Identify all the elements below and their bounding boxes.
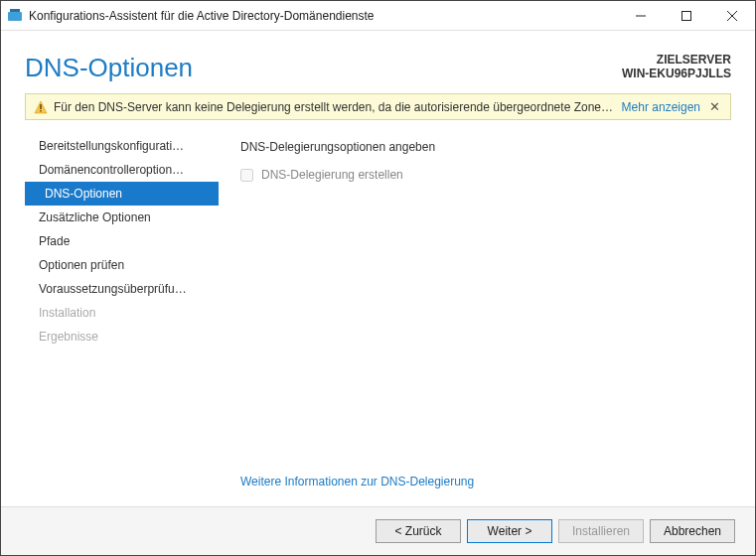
cancel-button[interactable]: Abbrechen (650, 519, 735, 543)
page-title: DNS-Optionen (25, 53, 193, 83)
window-title: Konfigurations-Assistent für die Active … (29, 9, 618, 23)
content-pane: DNS-Delegierungsoptionen angeben DNS-Del… (219, 130, 731, 506)
nav-item-dc-options[interactable]: Domänencontrolleroption… (25, 158, 219, 182)
footer: < Zurück Weiter > Installieren Abbrechen (1, 506, 755, 555)
back-button[interactable]: < Zurück (376, 519, 461, 543)
window-controls (618, 1, 755, 30)
wizard-nav: Bereitstellungskonfigurati… Domänencontr… (25, 130, 219, 506)
nav-item-paths[interactable]: Pfade (25, 229, 219, 253)
next-button[interactable]: Weiter > (467, 519, 552, 543)
nav-item-installation: Installation (25, 301, 219, 325)
target-name: WIN-EKU96PJJLLS (622, 67, 731, 80)
svg-rect-3 (682, 11, 691, 20)
dns-delegation-checkbox (240, 169, 253, 182)
header: DNS-Optionen ZIELSERVER WIN-EKU96PJJLLS (1, 31, 755, 93)
warning-message: Für den DNS-Server kann keine Delegierun… (54, 100, 616, 114)
dns-delegation-label: DNS-Delegierung erstellen (261, 168, 403, 182)
warning-bar: Für den DNS-Server kann keine Delegierun… (25, 93, 731, 120)
close-button[interactable] (709, 1, 755, 30)
nav-item-additional-options[interactable]: Zusätzliche Optionen (25, 206, 219, 229)
svg-rect-0 (8, 12, 22, 21)
warning-more-link[interactable]: Mehr anzeigen (622, 100, 700, 114)
svg-rect-8 (40, 110, 41, 111)
install-button: Installieren (558, 519, 644, 543)
body: Bereitstellungskonfigurati… Domänencontr… (1, 130, 755, 506)
target-label: ZIELSERVER (622, 53, 731, 67)
maximize-button[interactable] (664, 1, 709, 30)
nav-item-prerequisites[interactable]: Voraussetzungsüberprüfu… (25, 277, 219, 301)
warning-close-button[interactable]: ✕ (706, 99, 722, 114)
app-icon (7, 8, 23, 24)
nav-item-dns-options[interactable]: DNS-Optionen (25, 182, 219, 206)
titlebar: Konfigurations-Assistent für die Active … (1, 1, 755, 31)
nav-item-review-options[interactable]: Optionen prüfen (25, 253, 219, 277)
more-info-link[interactable]: Weitere Informationen zur DNS-Delegierun… (240, 475, 474, 488)
target-server-info: ZIELSERVER WIN-EKU96PJJLLS (622, 53, 731, 80)
more-info-row: Weitere Informationen zur DNS-Delegierun… (240, 475, 731, 506)
minimize-button[interactable] (618, 1, 664, 30)
nav-item-deployment-config[interactable]: Bereitstellungskonfigurati… (25, 134, 219, 158)
svg-rect-7 (40, 104, 41, 109)
warning-icon (34, 100, 48, 114)
section-title: DNS-Delegierungsoptionen angeben (240, 140, 731, 154)
svg-rect-1 (10, 9, 20, 12)
nav-item-results: Ergebnisse (25, 325, 219, 348)
dns-delegation-checkbox-row: DNS-Delegierung erstellen (240, 168, 731, 182)
